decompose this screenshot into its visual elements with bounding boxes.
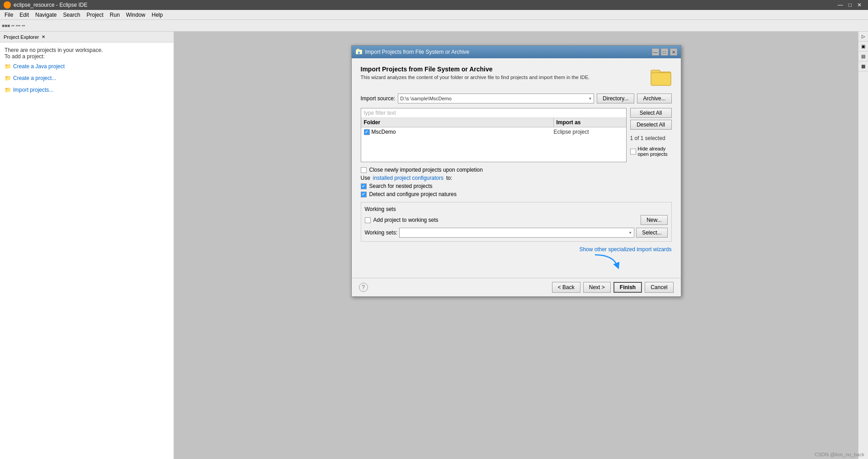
working-sets-row2: Working sets: ▼ Select...: [365, 228, 668, 238]
ide-workspace: Import Projects from File System or Arch…: [174, 32, 858, 459]
import-source-combo[interactable]: D:\s \sample\MscDemo ▼: [398, 94, 594, 103]
import-dialog: Import Projects from File System or Arch…: [351, 45, 681, 297]
menu-search[interactable]: Search: [60, 11, 83, 19]
ide-maximize-btn[interactable]: □: [846, 2, 854, 8]
menu-project[interactable]: Project: [84, 11, 106, 19]
finish-button[interactable]: Finish: [613, 282, 642, 293]
cancel-button[interactable]: Cancel: [645, 282, 673, 293]
selection-info: 1 of 1 selected: [630, 135, 672, 141]
show-wizards-link[interactable]: Show other specialized import wizards: [579, 246, 671, 253]
back-button[interactable]: < Back: [552, 282, 580, 293]
dialog-main-desc: This wizard analyzes the content of your…: [361, 75, 590, 80]
java-project-icon: 📁: [5, 63, 11, 70]
help-icon[interactable]: ?: [359, 283, 368, 292]
detect-configure-row: Detect and configure project natures: [361, 191, 672, 197]
options-section: Close newly imported projects upon compl…: [361, 167, 672, 197]
ide-toolbar: ■■■ ▪▪ ▪▪▪ ▪▪: [0, 20, 868, 32]
file-name: MscDemo: [372, 129, 396, 135]
project-explorer-panel: Project Explorer ✕ There are no projects…: [0, 32, 174, 459]
project-explorer-tab-label[interactable]: Project Explorer: [4, 34, 39, 40]
dialog-title-icon: [355, 48, 363, 56]
detect-configure-checkbox[interactable]: [361, 192, 367, 197]
import-icon: 📁: [5, 87, 11, 93]
dialog-overlay: Import Projects from File System or Arch…: [174, 32, 858, 459]
file-row-folder: MscDemo: [364, 129, 551, 135]
working-sets-combo[interactable]: ▼: [399, 228, 634, 238]
search-nested-label: Search for nested projects: [369, 183, 433, 189]
project-explorer-header: Project Explorer ✕: [0, 32, 174, 42]
menu-window[interactable]: Window: [123, 11, 148, 19]
search-nested-row: Search for nested projects: [361, 183, 672, 189]
right-panel-icon-1[interactable]: ▷: [859, 32, 868, 42]
new-working-set-button[interactable]: New...: [641, 215, 667, 225]
hide-open-checkbox[interactable]: [630, 149, 636, 155]
dialog-minimize-btn[interactable]: —: [652, 48, 659, 56]
working-sets-combo-arrow: ▼: [628, 231, 632, 235]
dialog-header-text: Import Projects from File System or Arch…: [361, 66, 590, 80]
menu-run[interactable]: Run: [107, 11, 123, 19]
arrow-area: [361, 253, 672, 271]
menu-edit[interactable]: Edit: [17, 11, 32, 19]
dialog-titlebar: Import Projects from File System or Arch…: [352, 46, 681, 58]
right-panel-icon-2[interactable]: ▣: [859, 42, 868, 52]
import-source-label: Import source:: [361, 95, 396, 102]
installed-configurators-link[interactable]: installed project configurators: [373, 175, 443, 181]
next-button[interactable]: Next >: [583, 282, 611, 293]
menu-help[interactable]: Help: [149, 11, 166, 19]
dialog-maximize-btn[interactable]: □: [661, 48, 668, 56]
project-icon: 📁: [5, 75, 11, 81]
show-wizards-row: Show other specialized import wizards: [361, 246, 672, 253]
empty-message: There are no projects in your workspace.: [5, 47, 169, 53]
search-nested-checkbox[interactable]: [361, 183, 367, 189]
file-list-container: type filter text Folder Import as MscDem…: [361, 108, 627, 162]
dialog-title-left: Import Projects from File System or Arch…: [355, 48, 470, 56]
ide-minimize-btn[interactable]: —: [835, 2, 846, 8]
detect-configure-label: Detect and configure project natures: [369, 191, 457, 197]
working-sets-section: Working sets Add project to working sets…: [361, 202, 672, 242]
right-panel-icon-3[interactable]: ▤: [859, 52, 868, 61]
import-projects-row: 📁 Import projects...: [5, 85, 169, 95]
ide-title: eclipse_resource - Eclipse IDE: [14, 2, 87, 8]
add-working-sets-checkbox[interactable]: [365, 217, 371, 223]
import-source-value: D:\s \sample\MscDemo: [400, 96, 452, 101]
dialog-main-title: Import Projects from File System or Arch…: [361, 66, 590, 73]
right-panel-icon-4[interactable]: ▩: [859, 61, 868, 71]
column-folder: Folder: [361, 118, 554, 127]
select-working-set-button[interactable]: Select...: [636, 228, 667, 238]
ide-close-btn[interactable]: ✕: [854, 2, 864, 8]
content-area: type filter text Folder Import as MscDem…: [361, 108, 672, 162]
select-all-button[interactable]: Select All: [630, 108, 672, 118]
dialog-close-btn[interactable]: ✕: [670, 48, 677, 56]
file-list-row: MscDemo Eclipse project: [361, 127, 626, 136]
directory-button[interactable]: Directory...: [597, 94, 634, 103]
deselect-all-button[interactable]: Deselect All: [630, 120, 672, 130]
svg-rect-1: [357, 49, 359, 50]
svg-rect-6: [651, 73, 671, 85]
working-sets-title: Working sets: [365, 206, 668, 212]
ide-menubar: File Edit Navigate Search Project Run Wi…: [0, 10, 868, 20]
add-to-working-sets-row: Add project to working sets: [365, 217, 439, 223]
toolbar-area: ■■■ ▪▪ ▪▪▪ ▪▪: [2, 23, 25, 28]
create-java-project-link[interactable]: Create a Java project: [13, 63, 65, 70]
close-imported-checkbox[interactable]: [361, 167, 367, 173]
filter-text-area[interactable]: type filter text: [361, 108, 626, 118]
panel-close-icon[interactable]: ✕: [42, 34, 45, 39]
working-sets-row1: Add project to working sets New...: [365, 215, 668, 225]
add-project-label: To add a project:: [5, 53, 169, 60]
close-imported-row: Close newly imported projects upon compl…: [361, 167, 672, 173]
menu-navigate[interactable]: Navigate: [33, 11, 59, 19]
watermark: CSDN @lion_no_back: [815, 452, 864, 457]
import-projects-link[interactable]: Import projects...: [13, 87, 53, 93]
dialog-footer: ? < Back Next > Finish Cancel: [352, 278, 681, 296]
archive-button[interactable]: Archive...: [637, 94, 671, 103]
create-project-link[interactable]: Create a project...: [13, 75, 56, 81]
file-list-header: Folder Import as: [361, 118, 626, 127]
file-checkbox[interactable]: [364, 129, 370, 135]
dialog-header-section: Import Projects from File System or Arch…: [361, 66, 672, 87]
combo-dropdown-arrow: ▼: [588, 97, 592, 101]
ide-right-panels: ▷ ▣ ▤ ▩: [858, 32, 868, 459]
blue-arrow-annotation: [590, 253, 627, 271]
dialog-folder-icon: [650, 66, 672, 87]
close-imported-label: Close newly imported projects upon compl…: [369, 167, 483, 173]
menu-file[interactable]: File: [2, 11, 16, 19]
